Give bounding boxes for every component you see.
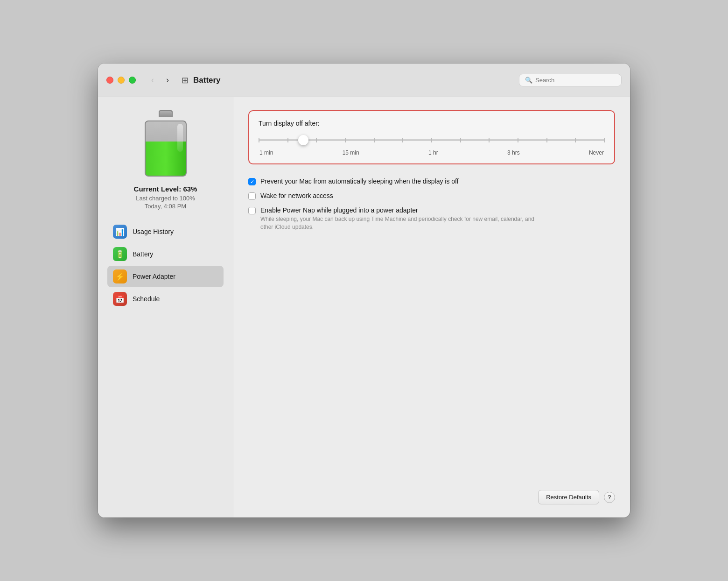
usage-history-icon: 📊	[113, 225, 127, 239]
checkbox-row-power-nap: Enable Power Nap while plugged into a po…	[248, 206, 615, 231]
battery-sheen	[177, 124, 183, 152]
prevent-sleep-label: Prevent your Mac from automatically slee…	[260, 177, 459, 185]
wake-network-label-wrap: Wake for network access	[260, 192, 333, 199]
sidebar-item-label-power-adapter: Power Adapter	[133, 273, 175, 280]
tick-4	[374, 138, 375, 142]
body: Current Level: 63% Last charged to 100% …	[98, 97, 630, 517]
sidebar-item-power-adapter[interactable]: ⚡ Power Adapter	[107, 266, 224, 287]
titlebar: ‹ › ⊞ Battery 🔍	[98, 64, 630, 97]
main-content: Turn display off after:	[233, 97, 630, 517]
battery-icon: 🔋	[113, 247, 127, 261]
slider-ticks	[259, 138, 605, 142]
checkbox-row-wake-network: Wake for network access	[248, 192, 615, 200]
tick-1	[287, 138, 288, 142]
sidebar-item-battery[interactable]: 🔋 Battery	[107, 243, 224, 265]
sidebar-item-label-battery: Battery	[133, 250, 153, 258]
checkbox-section: ✓ Prevent your Mac from automatically sl…	[248, 177, 615, 231]
battery-visual	[145, 116, 187, 177]
tick-9	[518, 138, 518, 142]
tick-10	[546, 138, 547, 142]
minimize-button[interactable]	[118, 77, 125, 84]
slider-section: Turn display off after:	[248, 110, 615, 164]
sidebar-item-label-schedule: Schedule	[133, 295, 160, 303]
marker-3hrs: 3 hrs	[507, 149, 520, 156]
wake-network-label: Wake for network access	[260, 192, 333, 199]
tick-5	[402, 138, 403, 142]
charge-time: Today, 4:08 PM	[145, 203, 186, 210]
tick-11	[575, 138, 576, 142]
marker-15min: 15 min	[343, 149, 359, 156]
traffic-lights	[106, 77, 136, 84]
tick-8	[489, 138, 490, 142]
slider-track-wrap[interactable]	[259, 134, 605, 147]
forward-button[interactable]: ›	[161, 74, 174, 87]
battery-body	[145, 120, 187, 177]
prevent-sleep-label-wrap: Prevent your Mac from automatically slee…	[260, 177, 459, 185]
tick-12	[604, 138, 605, 142]
marker-1hr: 1 hr	[428, 149, 438, 156]
tick-6	[431, 138, 432, 142]
power-nap-desc: While sleeping, your Mac can back up usi…	[260, 215, 540, 231]
wake-network-checkbox[interactable]	[248, 192, 256, 200]
slider-label: Turn display off after:	[259, 120, 605, 127]
restore-defaults-button[interactable]: Restore Defaults	[538, 490, 599, 504]
back-button[interactable]: ‹	[146, 74, 159, 87]
marker-1min: 1 min	[259, 149, 273, 156]
bottom-bar: Restore Defaults ?	[248, 482, 615, 504]
power-adapter-icon: ⚡	[113, 269, 127, 283]
prevent-sleep-checkbox[interactable]: ✓	[248, 178, 256, 185]
battery-cap	[159, 110, 173, 117]
tick-7	[460, 138, 461, 142]
sidebar-item-schedule[interactable]: 📅 Schedule	[107, 288, 224, 310]
sidebar-item-label-usage-history: Usage History	[133, 228, 174, 235]
power-nap-label-wrap: Enable Power Nap while plugged into a po…	[260, 206, 540, 231]
power-nap-label: Enable Power Nap while plugged into a po…	[260, 206, 540, 214]
help-button[interactable]: ?	[604, 492, 615, 503]
tick-3	[345, 138, 346, 142]
search-input[interactable]	[535, 77, 616, 84]
slider-thumb[interactable]	[298, 135, 308, 145]
current-level: Current Level: 63%	[134, 185, 197, 193]
window-title: Battery	[193, 76, 221, 85]
slider-markers: 1 min 15 min 1 hr 3 hrs Never	[259, 149, 605, 156]
close-button[interactable]	[106, 77, 113, 84]
sidebar-item-usage-history[interactable]: 📊 Usage History	[107, 221, 224, 242]
search-box: 🔍	[519, 74, 622, 86]
schedule-icon: 📅	[113, 292, 127, 306]
last-charged: Last charged to 100%	[136, 195, 195, 202]
tick-2	[316, 138, 317, 142]
battery-icon-wrap	[145, 116, 187, 177]
nav-arrows: ‹ ›	[146, 74, 174, 87]
marker-never: Never	[589, 149, 604, 156]
sidebar: Current Level: 63% Last charged to 100% …	[98, 97, 233, 517]
checkbox-row-prevent-sleep: ✓ Prevent your Mac from automatically sl…	[248, 177, 615, 185]
sidebar-nav: 📊 Usage History 🔋 Battery ⚡ Power Adapte…	[107, 221, 224, 310]
main-window: ‹ › ⊞ Battery 🔍 Current Level: 63	[98, 64, 630, 517]
maximize-button[interactable]	[129, 77, 136, 84]
tick-0	[259, 138, 259, 142]
power-nap-checkbox[interactable]	[248, 207, 256, 214]
grid-icon[interactable]: ⊞	[182, 75, 189, 85]
search-icon: 🔍	[525, 77, 532, 84]
